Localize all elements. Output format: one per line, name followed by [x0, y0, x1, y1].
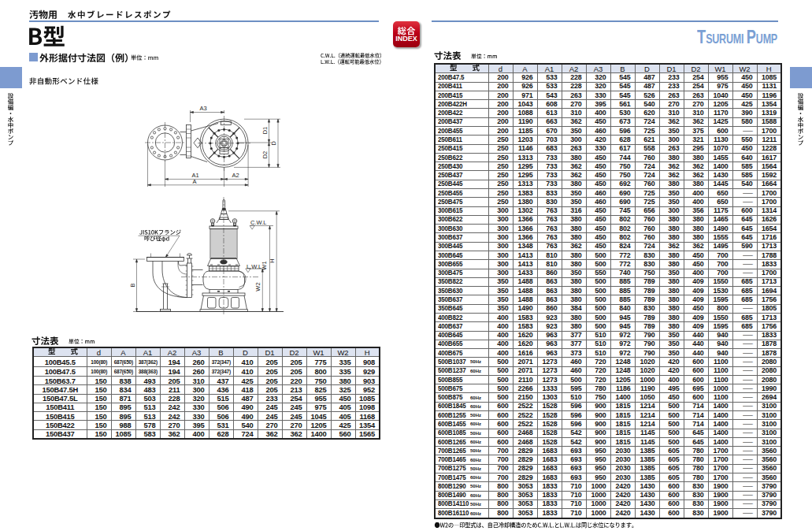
svg-text:A: A [192, 178, 196, 185]
svg-text:A3: A3 [199, 105, 206, 112]
svg-text:H: H [269, 258, 276, 262]
svg-text:D2: D2 [261, 151, 269, 159]
svg-text:D1: D1 [261, 127, 269, 135]
svg-text:D: D [270, 141, 277, 146]
svg-text:B: B [129, 283, 136, 287]
svg-text:W2: W2 [254, 282, 261, 291]
svg-text:C.W.L: C.W.L [250, 219, 266, 226]
svg-text:L.W.L: L.W.L [247, 263, 261, 270]
svg-text:A2: A2 [232, 172, 239, 179]
svg-text:W1: W1 [261, 261, 268, 269]
